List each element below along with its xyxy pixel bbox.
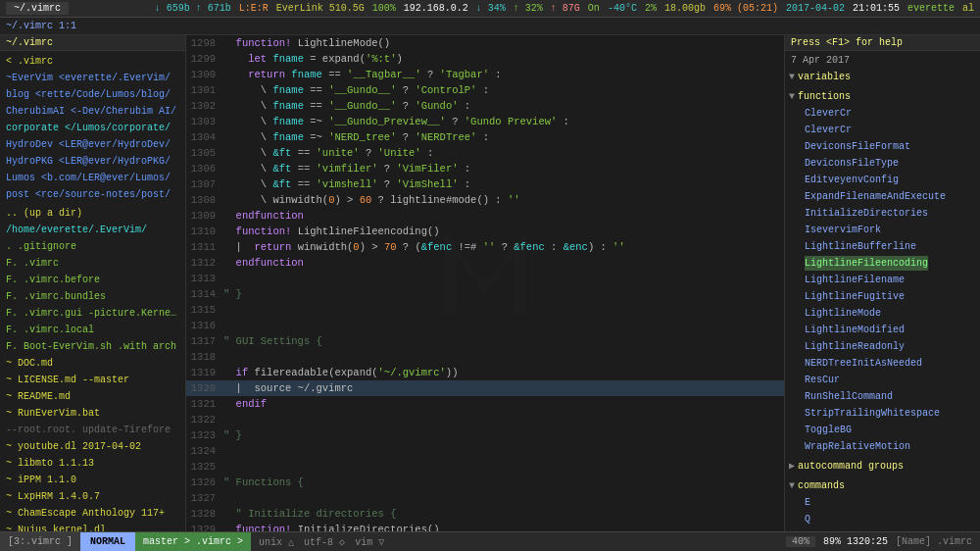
left-panel-item[interactable]: ~ README.md [0,388,185,405]
left-panel-item[interactable]: . .gitignore [0,238,185,255]
left-panel-item[interactable]: F. .vimrc.local [0,322,185,338]
code-line: 1311 | return winwidth(0) > 70 ? (&fenc … [186,239,784,255]
function-tag-item[interactable]: LightlineBufferline [789,238,976,255]
left-panel-item[interactable]: --root.root. update-Tirefore [0,422,185,438]
left-panel-item[interactable]: HydroDev <LER@ever/HydroDev/ [0,136,185,153]
code-line: 1309 endfunction [186,208,784,224]
function-tag-item[interactable]: IsevervimFork [789,222,976,238]
code-line: 1314" } [186,286,784,302]
function-tag-item[interactable]: DeviconsFileType [789,155,976,172]
line-content: \ fname =~ 'NERD_tree' ? 'NERDTree' : [223,129,784,145]
left-panel-item[interactable]: ~ DOC.md [0,355,185,372]
left-panel-item[interactable]: Lumos <b.com/LER@ever/Lumos/ [0,170,185,186]
commands-section[interactable]: ▼commandsEQQAQaShellRemote MonitorOnline… [785,476,980,531]
time-label: 21:01:55 [853,3,900,14]
function-tag-item[interactable]: WrapRelativeMotion [789,438,976,455]
command-tag-item[interactable]: E [789,494,976,511]
left-panel-item[interactable]: ~EverVim <everette/.EverVim/ [0,70,185,86]
function-tag-item[interactable]: LightlineFugitive [789,288,976,305]
left-panel-item[interactable]: .. (up a dir) [0,205,185,222]
left-panel-item[interactable]: F. .vimrc [0,255,185,272]
code-line: 1325 [186,459,784,475]
code-line: 1327 [186,490,784,506]
line-content: \ fname == '__Gundo__' ? 'Gundo' : [223,98,784,114]
line-number: 1298 [186,35,223,51]
variables-header[interactable]: ▼variables [789,70,976,85]
variables-section[interactable]: ▼variables [785,68,980,87]
function-tag-item[interactable]: NERDTreeInitAsNeeded [789,355,976,372]
function-tag-item[interactable]: StripTrailingWhitespace [789,405,976,422]
bottom-utf: utf-8 ◇ [304,536,345,548]
ler-label: L:E:R [239,3,269,14]
function-tag-item[interactable]: LightlineFileencoding [789,255,976,272]
left-panel-content[interactable]: < .vimrc ~EverVim <everette/.EverVim/ bl… [0,51,185,531]
left-panel-item[interactable]: CherubimAI <-Dev/Cherubim AI/ [0,103,185,120]
command-tag-item[interactable]: Q [789,511,976,527]
cpu3-label: 2% [645,3,657,14]
function-tag-item[interactable]: CleverCr [789,105,976,122]
functions-section[interactable]: ▼functionsCleverCrCleverCrDeviconsFileFo… [785,87,980,457]
function-tag-item[interactable]: ResCur [789,372,976,388]
line-content [223,459,784,475]
left-panel-item[interactable]: F. Boot-EverVim.sh .with arch [0,338,185,355]
left-panel-item[interactable]: F. .vimrc.before [0,272,185,288]
line-number: 1313 [186,271,223,286]
bottom-mid: unix △ utf-8 ◇ vim ▽ [251,536,778,548]
autocommand-header[interactable]: ▶autocommand groups [789,459,976,475]
code-line: 1324 [186,443,784,459]
code-line: 1301 \ fname == '__Gundo__' ? 'ControlP'… [186,82,784,98]
function-tag-item[interactable]: LightlineMode [789,305,976,322]
left-panel-item[interactable]: F. .vimrc.bundles [0,288,185,305]
function-tag-item[interactable]: LightlineFilename [789,272,976,288]
left-panel-item[interactable]: ~ youtube.dl 2017-04-02 [0,438,185,455]
line-content: \ winwidth(0) > 60 ? lightline#mode() : … [223,192,784,208]
function-tag-item[interactable]: CleverCr [789,122,976,138]
function-tag-item[interactable]: LightlineReadonly [789,338,976,355]
temp-label: -40°C [608,3,637,14]
left-panel-item[interactable]: ~ ChamEscape Anthology 117+ [0,505,185,522]
left-panel-item[interactable]: F. .vimrc.gui -picture.Kernel. [0,305,185,322]
code-area[interactable]: 1298 function! LightlineMode()1299 let f… [186,35,784,531]
function-tag-item[interactable]: ExpandFilenameAndExecute [789,188,976,205]
code-line: 1304 \ fname =~ 'NERD_tree' ? 'NERDTree'… [186,129,784,145]
function-tag-item[interactable]: DeviconsFileFormat [789,138,976,155]
functions-header[interactable]: ▼functions [789,89,976,105]
left-panel-item[interactable]: post <rce/source-notes/post/ [0,186,185,203]
left-panel-header: ~/.vimrc [0,35,185,51]
line-content: " GUI Settings { [223,333,784,349]
left-panel-item[interactable]: ~ RunEverVim.bat [0,405,185,422]
left-panel-item[interactable]: ~ libmto 1.1.13 [0,455,185,472]
tab-active-vimrc[interactable]: ~/.vimrc [6,2,69,15]
gpu-label: ↑ 87G [551,3,580,14]
line-number: 1308 [186,192,223,208]
left-panel-item[interactable]: ~ Nujus kernel.dl [0,522,185,531]
right-panel-content[interactable]: 7 Apr 2017▼variables▼functionsCleverCrCl… [785,51,980,531]
left-panel-item[interactable]: ~ LICENSE.md --master [0,372,185,388]
function-tag-item[interactable]: RunShellCommand [789,388,976,405]
autocommand-section[interactable]: ▶autocommand groups [785,457,980,476]
function-tag-item[interactable]: EditveyenvConfig [789,172,976,188]
line-content [223,302,784,318]
left-panel-item[interactable]: corporate </Lumos/corporate/ [0,120,185,136]
line-number: 1312 [186,255,223,271]
left-panel-item[interactable]: ~ iPPM 1.1.0 [0,472,185,488]
left-panel-item[interactable]: HydroPKG <LER@ever/HydroPKG/ [0,153,185,170]
line-number: 1318 [186,349,223,365]
left-panel-item[interactable]: /home/everette/.EverVim/ [0,222,185,238]
line-content: let fname = expand('%:t') [223,51,784,67]
line-content: return fname == '__Tagbar__' ? 'Tagbar' … [223,67,784,82]
left-panel-item[interactable]: ~ LxpHRM 1.4.0.7 [0,488,185,505]
commands-header[interactable]: ▼commands [789,478,976,494]
function-tag-item[interactable]: ToggleBG [789,422,976,438]
line-number: 1307 [186,176,223,192]
function-tag-item[interactable]: LightlineModified [789,322,976,338]
left-panel-item[interactable]: < .vimrc [0,53,185,70]
code-editor: 1298 function! LightlineMode()1299 let f… [186,35,784,531]
line-number: 1315 [186,302,223,318]
line-content: function! InitializeDirectories() [223,522,784,531]
line-content [223,490,784,506]
function-tag-item[interactable]: InitializeDirectories [789,205,976,222]
code-line: 1321 endif [186,396,784,412]
left-panel-item[interactable]: blog <rette/Code/Lumos/blog/ [0,86,185,103]
line-number: 1317 [186,333,223,349]
